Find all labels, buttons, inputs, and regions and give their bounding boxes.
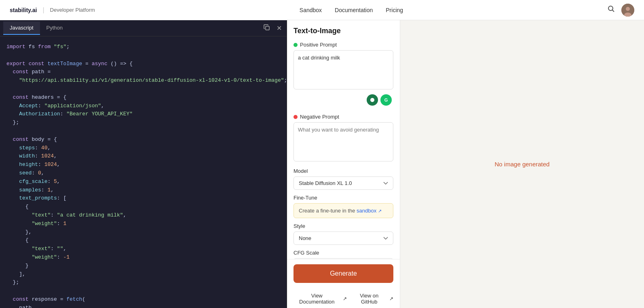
logo: stability.ai — [10, 7, 37, 13]
cfg-scale-label: CFG Scale — [293, 250, 393, 256]
nav-documentation[interactable]: Documentation — [335, 7, 373, 13]
form-bottom: Generate — [287, 259, 400, 288]
svg-point-0 — [608, 6, 613, 11]
sandbox-link[interactable]: sandbox ↗ — [357, 208, 382, 214]
positive-prompt-label-row: Positive Prompt — [293, 42, 393, 48]
negative-prompt-label: Negative Prompt — [300, 114, 339, 120]
positive-prompt-container: a cat drinking milk G — [293, 50, 393, 109]
tab-javascript[interactable]: Javascript — [3, 21, 40, 35]
external-link-icon: ↗ — [378, 208, 382, 213]
positive-prompt-label: Positive Prompt — [300, 42, 337, 48]
generate-button[interactable]: Generate — [293, 264, 393, 283]
nav-pricing[interactable]: Pricing — [386, 7, 403, 13]
grammar-check-button[interactable] — [367, 94, 378, 106]
platform-label: Developer Platform — [50, 7, 95, 13]
svg-point-3 — [626, 7, 630, 11]
close-button[interactable]: ✕ — [275, 23, 283, 34]
textarea-actions: G — [293, 93, 393, 109]
model-label: Model — [293, 168, 393, 174]
view-documentation-label: View Documentation — [293, 293, 340, 305]
code-tabs-left: Javascript Python — [3, 21, 69, 35]
search-button[interactable] — [608, 5, 615, 15]
documentation-external-icon: ↗ — [343, 296, 347, 302]
fine-tune-text: Create a fine-tune in the — [299, 208, 355, 214]
negative-dot — [293, 115, 298, 119]
copy-button[interactable] — [262, 23, 272, 34]
view-github-button[interactable]: View on GitHub ↗ — [352, 293, 393, 305]
form-title: Text-to-Image — [293, 27, 393, 35]
view-documentation-button[interactable]: View Documentation ↗ — [293, 293, 347, 305]
form-panel-inner: Text-to-Image Positive Prompt a cat drin… — [287, 20, 400, 259]
style-label: Style — [293, 223, 393, 229]
positive-prompt-input[interactable]: a cat drinking milk — [293, 50, 393, 89]
no-image-label: No image generated — [495, 161, 550, 168]
code-tabs: Javascript Python ✕ — [0, 20, 287, 36]
form-panel: Text-to-Image Positive Prompt a cat drin… — [287, 20, 400, 308]
fine-tune-label: Fine-Tune — [293, 195, 393, 201]
form-links: View Documentation ↗ View on GitHub ↗ — [287, 288, 400, 308]
model-select[interactable]: Stable Diffusion XL 1.0 Stable Diffusion… — [293, 176, 393, 190]
grammarly-button[interactable]: G — [380, 94, 392, 106]
negative-prompt-input[interactable] — [293, 122, 393, 161]
positive-dot — [293, 43, 298, 47]
code-editor[interactable]: import fs from "fs"; export const textTo… — [0, 36, 287, 308]
header-left: stability.ai | Developer Platform — [10, 6, 95, 14]
tab-python[interactable]: Python — [40, 21, 69, 35]
github-external-icon: ↗ — [389, 296, 393, 302]
main-nav: Sandbox Documentation Pricing — [300, 7, 403, 13]
svg-line-1 — [612, 10, 614, 12]
nav-sandbox[interactable]: Sandbox — [300, 7, 322, 13]
view-github-label: View on GitHub — [352, 293, 387, 305]
sandbox-link-text: sandbox — [357, 208, 376, 214]
style-select[interactable]: None Enhance Anime Photographic Digital … — [293, 232, 393, 245]
fine-tune-box: Create a fine-tune in the sandbox ↗ — [293, 203, 393, 218]
svg-rect-5 — [266, 26, 269, 30]
negative-prompt-label-row: Negative Prompt — [293, 114, 393, 120]
main-container: Javascript Python ✕ import fs from "fs";… — [0, 20, 644, 308]
header-right — [608, 4, 634, 17]
code-panel: Javascript Python ✕ import fs from "fs";… — [0, 20, 287, 308]
preview-panel: No image generated — [400, 20, 644, 308]
header: stability.ai | Developer Platform Sandbo… — [0, 0, 644, 20]
logo-divider: | — [42, 6, 44, 14]
avatar[interactable] — [621, 4, 634, 17]
code-tab-actions: ✕ — [262, 23, 283, 34]
